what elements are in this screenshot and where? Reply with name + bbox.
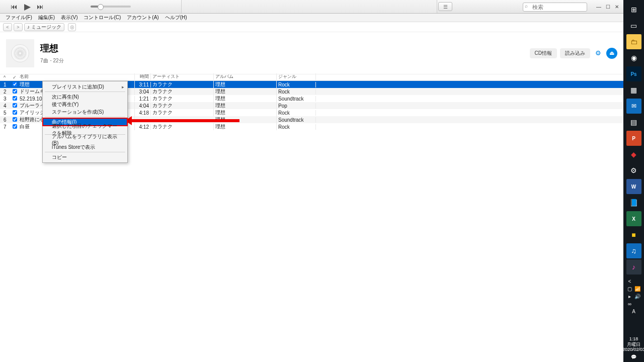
app-icon[interactable]: 📘 [626,195,641,210]
eject-button[interactable]: ⏏ [606,48,617,59]
ctx-show-in-library[interactable]: アルバムをライブラリに表示(B) [43,136,127,143]
menu-bar: ファイル(F) 編集(E) 表示(V) コントロール(C) アカウント(A) ヘ… [0,14,623,22]
minimize-button[interactable]: — [595,3,602,10]
play-button[interactable]: ▶ [22,2,32,12]
prev-button[interactable]: ⏮ [9,2,19,12]
wifi-icon[interactable]: 📶 [634,286,640,292]
ctx-create-station[interactable]: ステーションを作成(S) [43,108,127,116]
action-center-icon[interactable]: 💬 [622,354,644,360]
powerpoint-icon[interactable]: P [626,131,641,146]
context-menu: プレイリストに追加(D) 次に再生(N) 後で再生(Y) ステーションを作成(S… [42,81,128,163]
ctx-show-in-store[interactable]: iTunes Storeで表示 [43,143,127,151]
track-checkbox[interactable] [13,89,17,94]
titlebar: ⏮ ▶ ⏭ ☰ ⌕ — ☐ ✕ [0,0,623,14]
album-title: 理想 [40,42,64,54]
forward-button[interactable]: > [14,23,23,31]
col-checked[interactable]: ✓ [11,75,18,80]
explorer-icon[interactable]: 🗀 [626,34,641,49]
music-app-icon[interactable]: ♫ [626,243,641,258]
tray-icon[interactable]: ∞ [627,301,632,307]
ime-icon[interactable]: A [627,309,640,314]
mail-icon[interactable]: ✉ [626,99,641,114]
photoshop-icon[interactable]: Ps [626,66,641,81]
menu-edit[interactable]: 編集(E) [36,14,57,21]
calculator-icon[interactable]: ▤ [626,115,641,130]
menu-file[interactable]: ファイル(F) [3,14,35,21]
nav-row: < > ♪ ミュージック ◎ [0,22,623,32]
volume-slider[interactable] [91,6,131,8]
menu-help[interactable]: ヘルプ(H) [163,14,190,21]
track-table-header: ^ ✓ 名前 時間 アーティスト アルバム ジャンル [0,74,623,81]
chevron-up-icon[interactable]: < [627,279,632,284]
windows-taskbar: ⊞ ▭ 🗀 ◉ Ps ▦ ✉ ▤ P ◆ ⚙ W 📘 X ■ ♫ ♪ < ▢📶 … [623,0,644,362]
music-note-icon: ♪ [27,24,30,30]
menu-account[interactable]: アカウント(A) [124,14,161,21]
cd-info-button[interactable]: CD情報 [530,48,557,58]
back-button[interactable]: < [3,23,12,31]
album-artwork [6,39,34,67]
album-meta: 7曲・22分 [40,57,64,64]
app-icon[interactable]: ⚙ [626,163,641,178]
excel-icon[interactable]: X [626,211,641,226]
track-checkbox[interactable] [13,124,17,129]
gear-icon[interactable]: ⚙ [593,48,603,58]
ctx-play-later[interactable]: 後で再生(Y) [43,101,127,108]
system-tray[interactable]: < ▢📶 ▸🔊 ∞ A [623,276,644,317]
list-view-button[interactable]: ☰ [438,2,452,11]
volume-icon[interactable]: 🔊 [634,294,640,299]
track-checkbox[interactable] [13,96,17,101]
tray-icon[interactable]: ▢ [627,286,632,292]
ctx-copy[interactable]: コピー [43,153,127,161]
itunes-icon[interactable]: ♪ [626,259,641,275]
search-input[interactable]: ⌕ [523,2,587,12]
category-selector[interactable]: ♪ ミュージック [24,23,64,31]
track-checkbox[interactable] [13,103,17,108]
menu-view[interactable]: 表示(V) [58,14,80,21]
chrome-icon[interactable]: ◉ [626,50,641,65]
track-checkbox[interactable] [13,82,17,86]
ctx-play-next[interactable]: 次に再生(N) [43,93,127,101]
taskview-icon[interactable]: ▭ [626,18,641,33]
close-button[interactable]: ✕ [613,3,620,10]
tray-icon[interactable]: ▸ [627,294,632,299]
ctx-add-to-playlist[interactable]: プレイリストに追加(D) [43,83,127,90]
clock[interactable]: 1:18 月曜日 2020/02/03 💬 [622,336,644,362]
start-button[interactable]: ⊞ [626,2,641,17]
app-icon[interactable]: ◆ [626,147,641,162]
app-icon[interactable]: ▦ [626,82,641,98]
menu-control[interactable]: コントロール(C) [81,14,123,21]
lcd-display [181,0,437,13]
track-list: 1 理想3:11 カラナク理想 Rock 2 ドリームキラー3:04 カラナク理… [0,81,623,130]
maximize-button[interactable]: ☐ [604,3,611,10]
cd-icon [11,44,29,62]
media-picker-button[interactable]: ◎ [68,23,76,31]
import-button[interactable]: 読み込み [560,48,590,58]
ctx-uncheck-selection[interactable]: 選択した項目のチェックマークを解除 [43,126,127,133]
search-icon: ⌕ [525,3,528,9]
album-header: 理想 7曲・22分 CD情報 読み込み ⚙ ⏏ [0,32,623,74]
track-checkbox[interactable] [13,110,17,115]
next-button[interactable]: ⏭ [35,2,45,12]
app-icon[interactable]: ■ [626,227,641,242]
track-checkbox[interactable] [13,117,17,122]
col-number[interactable]: ^ [0,75,11,80]
word-icon[interactable]: W [626,179,641,194]
